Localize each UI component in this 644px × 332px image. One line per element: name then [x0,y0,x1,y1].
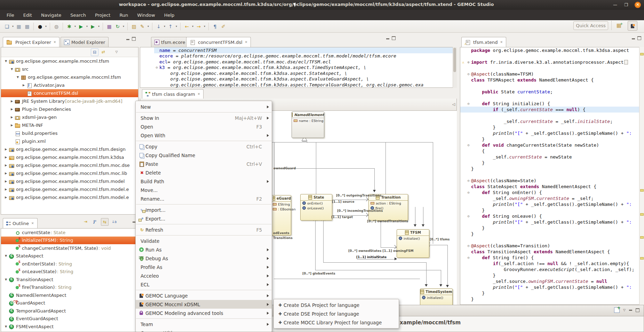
code-line[interactable]: println("[" + _self.getClass().getSimple… [460,284,644,290]
collapse-arrow-icon[interactable]: ▼ [3,278,9,281]
tree-item[interactable]: onEnter(State) : String [1,260,138,268]
tab-project-explorer[interactable]: Project Explorer ✕ [3,37,59,47]
collapse-all-icon[interactable]: ⊟ [91,48,98,56]
tree-item[interactable]: ▶Plug-in Dependencies [1,105,138,113]
code-line[interactable]: println("[" + _self.getClass().getSimple… [460,130,644,136]
minimize-view-icon[interactable] [126,39,129,40]
occurrence-marker[interactable] [640,257,644,260]
class-box-transition[interactable]: Transitionaction : EStringfire() [368,194,408,221]
code-line[interactable]: } [460,225,644,231]
tab-concurrenttfsm-dsl[interactable]: concurrentTFSM.dsl ✕ [186,37,251,47]
code-line[interactable]: } [460,166,644,172]
maximize-window-icon[interactable]: ❐ [623,2,630,8]
expand-arrow-icon[interactable]: ▶ [3,180,9,183]
maximize-editor-icon[interactable] [392,36,396,40]
code-line[interactable]: ⊖@Aspect(className=State) [460,178,644,184]
tree-item[interactable]: onLeave(State) : String [1,268,138,276]
minimize-editor-icon[interactable] [386,38,389,39]
class-box-namedelement[interactable]: NamedElementname : EString [292,111,324,138]
annotate-icon-dropdown[interactable]: ▾ [146,25,150,28]
close-window-icon[interactable]: ✕ [635,2,641,8]
tree-item[interactable]: ▼src [1,65,138,73]
collapse-arrow-icon[interactable]: ▼ [9,68,15,71]
menu-item-create-mocc-library-project-for-language[interactable]: ✚Create MOCC Library Project for languag… [274,318,399,327]
code-line[interactable]: ⊖ def void changeCurrentState(State newS… [460,142,644,148]
expand-arrow-icon[interactable]: ▶ [3,196,9,199]
next-annotation-icon[interactable]: ↓ [155,23,162,30]
tree-item[interactable]: ▶META-INF [1,121,138,129]
tree-item[interactable]: TemporalGuardAspect [1,307,138,315]
code-line[interactable] [460,113,644,118]
tree-item[interactable]: ▶org.eclipse.gemoc.example.moccml.tfsm.m… [1,185,138,193]
expand-arrow-icon[interactable]: ▶ [3,156,9,159]
menu-item-compare-with[interactable]: Compare With [136,329,272,332]
code-line[interactable] [460,172,644,178]
code-line[interactable]: ⊖ def String onEnter() { [460,190,644,195]
menu-item-open[interactable]: OpenF3 [136,122,272,131]
tree-item[interactable]: concurrentTFSM.dsl [1,89,138,97]
close-icon[interactable]: ✕ [500,40,503,44]
user-profile-icon-dropdown[interactable]: ▾ [44,25,48,28]
expand-arrow-icon[interactable]: ▶ [3,172,9,175]
menu-item-gemoc-modeling-advanced-tools[interactable]: GEMOC Modeling advanced tools [136,309,272,317]
fold-icon[interactable]: ⊖ [154,65,159,69]
code-line[interactable] [460,95,644,101]
tab-tfsm-xtend[interactable]: ⚠ tfsm.xtend ✕ [461,37,506,47]
quick-access-button[interactable]: Quick Access [573,21,608,30]
menubar-item-project[interactable]: Project [91,11,114,19]
tab-tfsm-ecore[interactable]: tfsm.ecore [151,37,189,47]
menu-item-team[interactable]: Team [136,320,272,329]
class-box-timedsystem[interactable]: TimedSysteminitialize() [420,288,453,305]
code-line[interactable] [460,65,644,71]
new-wizard-icon-dropdown[interactable]: ▾ [11,25,15,28]
sort-alpha-icon[interactable]: ↓a [111,218,118,225]
save-icon[interactable]: ▦ [15,23,23,30]
expand-arrow-icon[interactable]: ▶ [9,124,15,127]
code-line[interactable]: } [460,136,644,142]
menu-item-validate[interactable]: Validate [136,237,272,245]
close-icon[interactable]: ✕ [31,222,34,225]
tree-item[interactable]: ▶org.eclipse.gemoc.example.moccml.tfsm.m… [1,161,138,169]
tab-tfsm-class-diagram[interactable]: tfsm class diagram ✕ [142,89,204,99]
tree-item[interactable]: ▶org.eclipse.gemoc.example.moccml.tfsm.d… [1,145,138,153]
code-line[interactable]: class TransitionAspect extends NamedElem… [460,249,644,255]
close-icon[interactable]: ✕ [54,40,56,44]
fold-icon[interactable]: ⊖ [466,191,471,194]
tree-item[interactable]: ▶org.eclipse.gemoc.example.moccml.tfsm.k… [1,153,138,161]
expand-arrow-icon[interactable]: ▶ [3,164,9,167]
code-line[interactable]: println("[" + _self.getClass().getSimple… [460,201,644,207]
view-menu-icon[interactable]: ▽ [113,48,120,55]
menu-item-rename[interactable]: Rename...F2 [136,194,272,203]
tree-item[interactable]: plugin.xml [1,137,138,145]
coverage-icon[interactable]: ▶ [89,23,97,30]
code-line[interactable]: _self.source.owningFSM.currentState = nu… [460,278,644,284]
expand-arrow-icon[interactable]: ▶ [3,188,9,191]
external-tools-icon[interactable]: ◍ [53,23,60,30]
tree-item[interactable]: ▶org.eclipse.gemoc.example.moccml.tfsm.m… [1,193,138,201]
code-line[interactable]: class StateAspect extends NamedElementAs… [460,184,644,190]
coverage-icon-dropdown[interactable]: ▾ [97,25,101,28]
expand-arrow-icon[interactable]: ▶ [3,148,9,151]
class-box-tfsm[interactable]: TFSMinitialize() [397,229,429,258]
tree-item[interactable]: ▶org.eclipse.gemoc.example.moccml.tfsm.m… [1,177,138,185]
tree-item[interactable]: NamedElementAspect [1,291,138,299]
code-line[interactable]: ecl= org.eclipse.gemoc.example.moccml.tf… [154,59,456,65]
refresh-icon[interactable]: ↻ [114,23,121,30]
menu-item-refresh[interactable]: ↻RefreshF5 [136,225,272,234]
menubar-item-help[interactable]: Help [160,11,178,19]
code-line[interactable]: } [460,124,644,130]
tab-outline[interactable]: Outline ✕ [3,218,38,228]
forward-icon[interactable]: → [195,23,202,30]
code-line[interactable]: org.eclipse.gemoc.example.moccml.tfsm.k3… [154,82,456,88]
menu-item-create-dsa-project-for-language[interactable]: ✚Create DSA Project for language [274,301,399,309]
code-line[interactable]: } [460,231,644,237]
sort-icon[interactable]: ⇆ [101,218,109,226]
code-line[interactable]: ⊖@Aspect(className=TFSM) [460,71,644,77]
code-line[interactable]: } [460,272,644,278]
new-console-icon[interactable] [614,307,620,313]
code-line[interactable]: GroovyRunner.executeScript(_self.action,… [460,267,644,272]
maximize-panel-icon[interactable] [636,308,639,312]
tree-item[interactable]: ▶Activator.java [1,81,138,89]
tree-item[interactable]: initialize(TFSM) : String [1,237,138,245]
prev-annotation-icon-dropdown[interactable]: ▾ [175,25,178,28]
